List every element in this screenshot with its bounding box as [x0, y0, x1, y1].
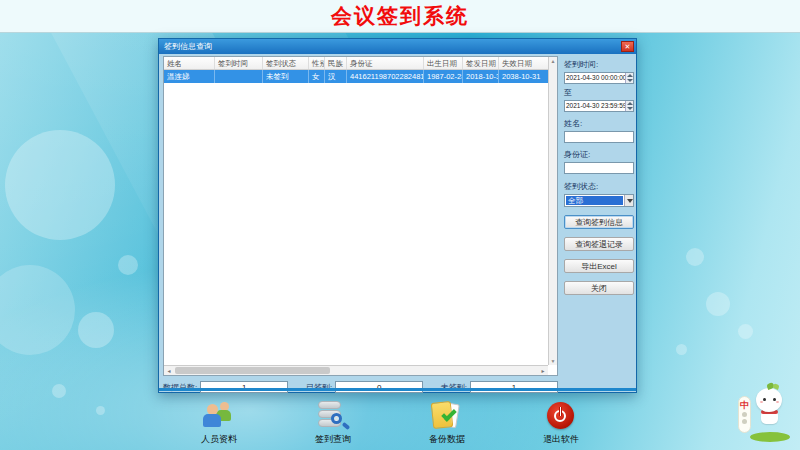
page-title: 会议签到系统 [331, 2, 469, 30]
grass-mound [750, 432, 790, 442]
tool-label: 备份数据 [429, 433, 465, 446]
table-cell: 未签到 [263, 70, 309, 83]
bubble [738, 324, 753, 339]
to-label: 至 [564, 87, 634, 98]
export-excel-button[interactable]: 导出Excel [564, 259, 634, 273]
query-panel: 签到时间: 2021-04-30 00:00:00 至 2021-04-30 2… [564, 56, 634, 295]
table-cell: 女 [309, 70, 325, 83]
time-from-picker[interactable]: 2021-04-30 00:00:00 [564, 72, 634, 84]
column-header[interactable]: 民族 [325, 57, 347, 69]
desktop: 会议签到系统 签到信息查询 ✕ 姓名签到时间签到状态性别民族身份证出生日期签发日… [0, 0, 800, 450]
window-titlebar[interactable]: 签到信息查询 ✕ [159, 39, 636, 54]
stat-signed: 已签到: 0 [306, 381, 423, 393]
mascot: 中 [732, 382, 794, 448]
window-title: 签到信息查询 [164, 41, 212, 52]
table-cell: 2018-10-31 [463, 70, 499, 83]
folder-check-icon [429, 401, 465, 431]
close-window-button[interactable]: 关闭 [564, 281, 634, 295]
bubble [686, 248, 704, 266]
table-cell: 2038-10-31 [499, 70, 549, 83]
column-header[interactable]: 失效日期 [499, 57, 549, 69]
signin-query-button[interactable]: 签到查询 [297, 401, 369, 446]
table-row-selected[interactable]: 温连娣未签到女汉4416211987022824811987-02-282018… [164, 70, 557, 83]
people-icon [201, 401, 237, 431]
mascot-banner: 中 [738, 396, 751, 433]
mascot-blush [776, 401, 779, 403]
stat-unsigned-value: 1 [470, 381, 558, 393]
stat-unsigned: 未签到: 1 [441, 381, 558, 393]
bubble [52, 384, 66, 398]
name-label: 姓名: [564, 118, 634, 129]
power-icon [543, 401, 579, 431]
scroll-right-icon[interactable]: ▸ [540, 368, 546, 374]
table-cell [215, 70, 263, 83]
bubble [118, 255, 138, 275]
personnel-data-button[interactable]: 人员资料 [183, 401, 255, 446]
window-body: 姓名签到时间签到状态性别民族身份证出生日期签发日期失效日期 温连娣未签到女汉44… [159, 54, 636, 391]
mascot-eye [763, 398, 766, 401]
banner-text: 中 [740, 400, 749, 410]
time-from-value: 2021-04-30 00:00:00 [566, 74, 626, 81]
scrollbar-thumb[interactable] [175, 367, 330, 374]
tool-label: 人员资料 [201, 433, 237, 446]
column-header[interactable]: 身份证 [347, 57, 424, 69]
time-to-picker[interactable]: 2021-04-30 23:59:59 [564, 100, 634, 112]
signin-time-label: 签到时间: [564, 59, 634, 70]
scroll-down-icon[interactable]: ▼ [550, 358, 556, 364]
tool-label: 签到查询 [315, 433, 351, 446]
table-cell: 441621198702282481 [347, 70, 424, 83]
spinner-icon[interactable] [625, 101, 633, 111]
stat-total-value: 1 [200, 381, 288, 393]
mascot-eye [773, 398, 776, 401]
horizontal-scrollbar[interactable]: ◂ ▸ [164, 365, 548, 375]
table-cell: 温连娣 [164, 70, 215, 83]
mascot-blush [760, 401, 763, 403]
time-to-value: 2021-04-30 23:59:59 [566, 102, 626, 109]
window-bottom-edge [159, 388, 636, 391]
stats-bar: 数据总数: 1 已签到: 0 未签到: 1 [163, 380, 558, 394]
exit-software-button[interactable]: 退出软件 [525, 401, 597, 446]
vertical-scrollbar[interactable]: ▲ ▼ [548, 57, 557, 365]
table-header-row: 姓名签到时间签到状态性别民族身份证出生日期签发日期失效日期 [164, 57, 557, 70]
status-selected-value: 全部 [566, 196, 623, 205]
signin-query-window: 签到信息查询 ✕ 姓名签到时间签到状态性别民族身份证出生日期签发日期失效日期 温… [158, 38, 637, 393]
bottom-toolbar: 人员资料 签到查询 备份数据 退出软件 [0, 401, 780, 446]
column-header[interactable]: 签到时间 [215, 57, 263, 69]
id-label: 身份证: [564, 149, 634, 160]
signin-table: 姓名签到时间签到状态性别民族身份证出生日期签发日期失效日期 温连娣未签到女汉44… [163, 56, 558, 376]
status-label: 签到状态: [564, 181, 634, 192]
bubble [5, 130, 115, 240]
bubble [676, 344, 687, 355]
column-header[interactable]: 签到状态 [263, 57, 309, 69]
column-header[interactable]: 出生日期 [424, 57, 463, 69]
tool-label: 退出软件 [543, 433, 579, 446]
bubble [706, 292, 730, 316]
column-header[interactable]: 签发日期 [463, 57, 499, 69]
table-cell: 1987-02-28 [424, 70, 463, 83]
scroll-left-icon[interactable]: ◂ [166, 368, 172, 374]
column-header[interactable]: 姓名 [164, 57, 215, 69]
name-input[interactable] [564, 131, 634, 143]
query-signin-info-button[interactable]: 查询签到信息 [564, 215, 634, 229]
mascot-head [756, 388, 782, 412]
stat-total: 数据总数: 1 [163, 381, 288, 393]
spinner-icon[interactable] [625, 73, 633, 83]
database-search-icon [315, 401, 351, 431]
column-header[interactable]: 性别 [309, 57, 325, 69]
scroll-up-icon[interactable]: ▲ [550, 58, 556, 64]
bubble [78, 312, 114, 348]
table-cell: 汉 [325, 70, 347, 83]
chevron-down-icon[interactable] [624, 195, 633, 206]
close-icon[interactable]: ✕ [621, 41, 634, 52]
backup-data-button[interactable]: 备份数据 [411, 401, 483, 446]
status-dropdown[interactable]: 全部 [564, 194, 634, 207]
id-input[interactable] [564, 162, 634, 174]
stat-signed-value: 0 [335, 381, 423, 393]
top-strip: 会议签到系统 [0, 0, 800, 33]
query-signout-records-button[interactable]: 查询签退记录 [564, 237, 634, 251]
